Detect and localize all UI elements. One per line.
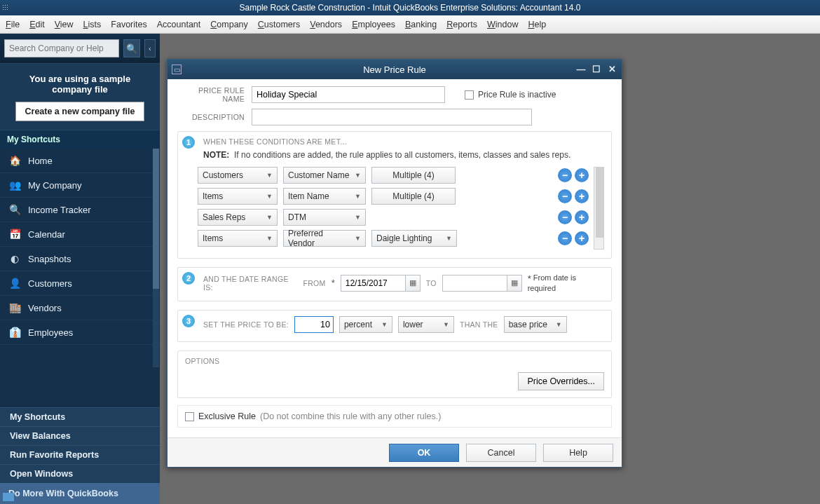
menu-window[interactable]: Window: [487, 20, 518, 29]
menu-customers[interactable]: Customers: [258, 20, 300, 29]
new-price-rule-dialog: ▭ New Price Rule — ☐ ✕ PRICE RULE NAME P…: [167, 59, 622, 468]
inactive-label: Price Rule is inactive: [478, 90, 556, 100]
sidebar-item-my-company[interactable]: 👥My Company: [0, 173, 160, 198]
building-icon: 🏬: [8, 301, 21, 314]
dropdown-value: lower: [403, 320, 423, 329]
from-date-calendar-button[interactable]: ▦: [405, 275, 421, 292]
menu-employees[interactable]: Employees: [352, 20, 395, 29]
search-icon: 🔍: [126, 43, 137, 54]
menu-view[interactable]: View: [55, 20, 74, 29]
condition-row: Sales Reps▼ DTM▼ −+: [198, 209, 589, 226]
sidebar-item-calendar[interactable]: 📅Calendar: [0, 222, 160, 247]
conditions-scrollbar-thumb[interactable]: [596, 168, 603, 238]
from-required-note: * From date is required: [528, 273, 604, 292]
condition-type-dropdown[interactable]: Customers▼: [198, 167, 278, 184]
condition-field-dropdown[interactable]: DTM▼: [283, 209, 366, 226]
window-menu-icon[interactable]: ▭: [172, 64, 182, 74]
search-button[interactable]: 🔍: [123, 39, 140, 57]
dialog-titlebar[interactable]: ▭ New Price Rule — ☐ ✕: [168, 60, 622, 79]
help-button[interactable]: Help: [543, 444, 613, 462]
condition-value-dropdown[interactable]: Daigle Lighting▼: [371, 230, 457, 247]
create-company-button[interactable]: Create a new company file: [15, 102, 144, 121]
sidebar-item-income-tracker[interactable]: 🔍Income Tracker: [0, 198, 160, 222]
menu-accountant[interactable]: Accountant: [157, 20, 201, 29]
description-label: DESCRIPTION: [177, 113, 252, 121]
sidebar-item-snapshots[interactable]: ◐Snapshots: [0, 247, 160, 271]
stack-open-windows[interactable]: Open Windows: [0, 464, 160, 483]
set-price-title: SET THE PRICE TO BE:: [203, 320, 289, 329]
search-input[interactable]: [4, 39, 119, 57]
condition-row: Customers▼ Customer Name▼ Multiple (4) −…: [198, 167, 589, 184]
add-condition-button[interactable]: +: [575, 189, 589, 203]
nav-list: 🏠Home 👥My Company 🔍Income Tracker 📅Calen…: [0, 149, 160, 345]
remove-condition-button[interactable]: −: [558, 189, 572, 203]
caret-down-icon: ▼: [266, 214, 273, 221]
condition-multiple-button[interactable]: Multiple (4): [371, 167, 456, 184]
cancel-button[interactable]: Cancel: [466, 444, 536, 462]
price-amount-input[interactable]: [294, 316, 334, 333]
sidebar-item-vendors[interactable]: 🏬Vendors: [0, 296, 160, 320]
dropdown-value: Customers: [203, 170, 243, 180]
menu-help[interactable]: Help: [528, 20, 546, 29]
exclusive-checkbox[interactable]: [185, 412, 194, 421]
menu-company[interactable]: Company: [210, 20, 248, 29]
add-condition-button[interactable]: +: [575, 210, 589, 224]
condition-type-dropdown[interactable]: Items▼: [198, 230, 278, 247]
stack-my-shortcuts[interactable]: My Shortcuts: [0, 407, 160, 426]
from-date-input[interactable]: [341, 275, 405, 292]
sidebar-item-customers[interactable]: 👤Customers: [0, 271, 160, 296]
stack-run-reports[interactable]: Run Favorite Reports: [0, 445, 160, 464]
maximize-button[interactable]: ☐: [591, 63, 602, 74]
description-input[interactable]: [252, 109, 532, 125]
sidebar-collapse-button[interactable]: ‹: [144, 39, 156, 57]
minimize-button[interactable]: —: [575, 63, 587, 74]
sidebar-item-home[interactable]: 🏠Home: [0, 149, 160, 173]
condition-type-dropdown[interactable]: Sales Reps▼: [198, 209, 278, 226]
do-more-heading[interactable]: Do More With QuickBooks: [0, 483, 160, 504]
qb-logo-icon: [3, 493, 14, 501]
price-rule-name-input[interactable]: [252, 86, 445, 103]
remove-condition-button[interactable]: −: [558, 168, 572, 182]
price-unit-dropdown[interactable]: percent▼: [339, 316, 392, 333]
menu-lists[interactable]: Lists: [83, 20, 102, 29]
ok-button[interactable]: OK: [389, 444, 459, 462]
add-condition-button[interactable]: +: [575, 231, 589, 245]
condition-field-dropdown[interactable]: Customer Name▼: [283, 167, 366, 184]
sidebar-item-label: Income Tracker: [28, 205, 91, 215]
menu-vendors[interactable]: Vendors: [310, 20, 342, 29]
nav-scrollbar-thumb[interactable]: [153, 149, 159, 289]
step-2-badge: 2: [182, 272, 195, 285]
remove-condition-button[interactable]: −: [558, 231, 572, 245]
to-date-input[interactable]: [442, 275, 507, 292]
dropdown-value: Customer Name: [288, 170, 349, 180]
price-direction-dropdown[interactable]: lower▼: [398, 316, 454, 333]
condition-multiple-button[interactable]: Multiple (4): [371, 188, 456, 205]
stack-view-balances[interactable]: View Balances: [0, 426, 160, 445]
dropdown-value: Items: [203, 191, 223, 201]
sidebar-item-employees[interactable]: 👔Employees: [0, 320, 160, 345]
sidebar-item-label: Customers: [28, 278, 72, 289]
condition-field-dropdown[interactable]: Item Name▼: [283, 188, 366, 205]
menu-file[interactable]: File: [6, 20, 20, 29]
add-condition-button[interactable]: +: [575, 168, 589, 182]
exclusive-rule-row: Exclusive Rule (Do not combine this rule…: [177, 405, 612, 428]
condition-field-dropdown[interactable]: Preferred Vendor▼: [283, 230, 366, 247]
price-base-dropdown[interactable]: base price▼: [504, 316, 567, 333]
inactive-checkbox[interactable]: [465, 90, 474, 100]
remove-condition-button[interactable]: −: [558, 210, 572, 224]
sample-file-notice: You are using a sample company file Crea…: [0, 64, 160, 130]
close-button[interactable]: ✕: [606, 63, 617, 74]
condition-type-dropdown[interactable]: Items▼: [198, 188, 278, 205]
price-overrides-button[interactable]: Price Overrides...: [518, 372, 604, 390]
caret-down-icon: ▼: [381, 321, 388, 328]
menubar: File Edit View Lists Favorites Accountan…: [0, 15, 820, 34]
caret-down-icon: ▼: [443, 321, 449, 328]
dropdown-value: DTM: [288, 212, 306, 222]
menu-reports[interactable]: Reports: [446, 20, 477, 29]
drag-handle[interactable]: [2, 4, 9, 11]
to-date-calendar-button[interactable]: ▦: [507, 275, 522, 292]
menu-edit[interactable]: Edit: [29, 20, 45, 29]
menu-banking[interactable]: Banking: [405, 20, 437, 29]
sidebar-item-label: Calendar: [28, 229, 65, 240]
menu-favorites[interactable]: Favorites: [111, 20, 146, 29]
